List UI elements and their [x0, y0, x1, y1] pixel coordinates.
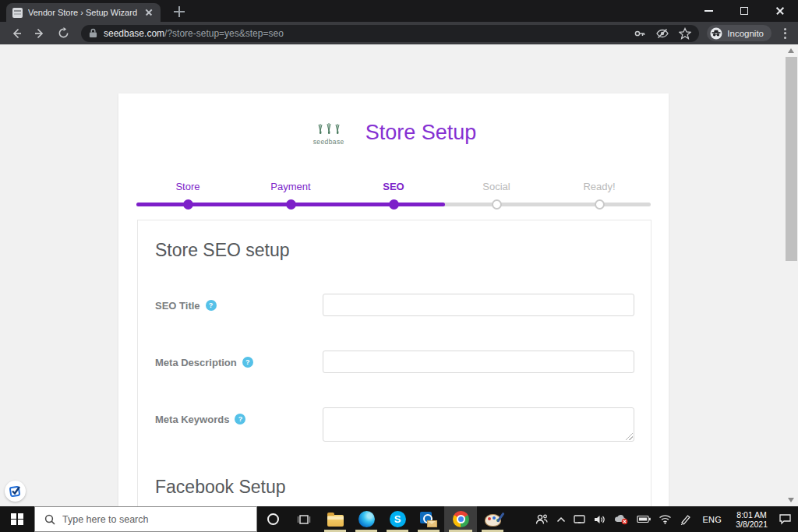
resize-grip-icon[interactable]: [626, 433, 633, 440]
seo-title-input[interactable]: [323, 294, 634, 316]
checkmark-icon: [9, 484, 22, 498]
setup-wizard-card: seedbase Store Setup Store Payment SEO S…: [118, 93, 669, 506]
search-icon: [44, 514, 55, 525]
clock-date: 3/8/2021: [736, 520, 768, 529]
incognito-badge: Incognito: [707, 25, 772, 41]
meta-keywords-label: Meta Keywords ?: [155, 407, 245, 431]
page-scrollbar[interactable]: [785, 44, 798, 506]
tray-overflow-button[interactable]: [556, 516, 566, 523]
bookmark-star-icon[interactable]: [679, 27, 691, 40]
seo-title-row: SEO Title ?: [155, 294, 634, 317]
meta-keywords-field: [323, 407, 634, 442]
outlook-button[interactable]: [413, 506, 444, 532]
skype-icon: S: [390, 511, 406, 527]
chrome-button[interactable]: [444, 506, 477, 532]
wifi-icon: [659, 514, 672, 524]
seedbase-sprouts-icon: [316, 120, 342, 137]
password-key-icon[interactable]: [634, 27, 646, 40]
wifi-button[interactable]: [659, 514, 672, 524]
start-button[interactable]: [0, 506, 34, 532]
progress-track: [136, 203, 651, 206]
paint-icon: [485, 514, 501, 527]
action-center-button[interactable]: [779, 513, 792, 525]
setup-stepper: Store Payment SEO Social Ready!: [136, 181, 651, 206]
wizard-header: seedbase Store Setup: [118, 120, 669, 146]
edge-button[interactable]: [351, 506, 382, 532]
back-arrow-icon: [10, 27, 23, 40]
skype-button[interactable]: S: [382, 506, 413, 532]
seo-title-label: SEO Title ?: [155, 294, 217, 317]
onedrive-cloud-icon: [613, 513, 629, 525]
help-icon[interactable]: ?: [235, 414, 245, 425]
refresh-button[interactable]: [53, 23, 73, 44]
url-path: /?store-setup=yes&step=seo: [164, 28, 284, 39]
battery-button[interactable]: [637, 515, 651, 523]
meta-description-row: Meta Description ?: [155, 351, 634, 374]
tab-close-icon[interactable]: [143, 7, 154, 18]
step-payment[interactable]: Payment: [239, 181, 342, 193]
eye-off-icon[interactable]: [655, 27, 669, 40]
help-icon[interactable]: ?: [242, 357, 253, 368]
new-tab-button[interactable]: [173, 5, 185, 18]
extension-check-badge[interactable]: [5, 481, 26, 502]
clock[interactable]: 8:01 AM 3/8/2021: [733, 510, 771, 529]
step-labels: Store Payment SEO Social Ready!: [136, 181, 651, 193]
task-view-button[interactable]: [288, 506, 320, 532]
step-dot-store: [183, 199, 193, 210]
step-seo[interactable]: SEO: [342, 181, 445, 193]
taskbar-search-input[interactable]: [62, 514, 234, 525]
meta-keywords-textarea[interactable]: [323, 407, 634, 442]
scroll-down-arrow-icon[interactable]: [788, 498, 794, 502]
meta-description-label: Meta Description ?: [155, 351, 253, 374]
minimize-button[interactable]: [690, 0, 726, 22]
seedbase-logo: seedbase: [311, 120, 347, 146]
notification-bubble-icon: [779, 513, 792, 525]
people-icon: [535, 513, 549, 526]
step-store[interactable]: Store: [136, 181, 239, 193]
facebook-section-heading: Facebook Setup: [155, 476, 286, 498]
system-tray: ENG 8:01 AM 3/8/2021: [535, 506, 798, 532]
task-view-icon: [297, 513, 311, 526]
back-button[interactable]: [6, 23, 26, 44]
browser-tabstrip: Vendor Store › Setup Wizard: [0, 0, 798, 22]
seedbase-logo-text: seedbase: [313, 138, 344, 146]
onedrive-button[interactable]: [613, 513, 629, 525]
meta-description-input[interactable]: [323, 351, 634, 373]
outlook-icon: [420, 512, 437, 527]
windows-ink-button[interactable]: [680, 514, 691, 525]
lock-icon[interactable]: [89, 28, 97, 38]
taskbar-search[interactable]: [34, 506, 257, 532]
clock-time: 8:01 AM: [736, 510, 768, 520]
step-dot-payment: [286, 199, 296, 210]
scroll-up-arrow-icon[interactable]: [788, 48, 794, 53]
page-title: Store Setup: [365, 121, 477, 145]
browser-tab[interactable]: Vendor Store › Setup Wizard: [6, 3, 161, 22]
forward-button[interactable]: [30, 23, 50, 44]
device-status-button[interactable]: [574, 514, 585, 524]
address-bar[interactable]: seedbase.com/?store-setup=yes&step=seo: [81, 25, 699, 42]
volume-button[interactable]: [593, 514, 606, 525]
maximize-button[interactable]: [726, 0, 762, 22]
file-explorer-button[interactable]: [320, 506, 351, 532]
paint-button[interactable]: [477, 506, 508, 532]
language-indicator[interactable]: ENG: [699, 515, 725, 524]
minimize-icon: [704, 10, 713, 12]
help-icon[interactable]: ?: [206, 300, 217, 311]
edge-icon: [358, 511, 375, 527]
page-viewport: seedbase Store Setup Store Payment SEO S…: [0, 44, 798, 506]
step-ready: Ready!: [548, 181, 651, 193]
windows-logo-icon: [11, 513, 23, 526]
meta-keywords-row: Meta Keywords ?: [155, 407, 634, 442]
chevron-up-icon: [556, 516, 566, 523]
tab-favicon-icon: [12, 8, 23, 18]
incognito-label: Incognito: [727, 29, 764, 38]
browser-toolbar: seedbase.com/?store-setup=yes&step=seo I…: [0, 22, 798, 44]
speaker-icon: [593, 514, 606, 525]
close-button[interactable]: [762, 0, 798, 22]
cortana-button[interactable]: [257, 506, 288, 532]
browser-menu-button[interactable]: [778, 25, 792, 42]
scrollbar-thumb[interactable]: [786, 57, 797, 261]
pen-icon: [680, 514, 691, 525]
seo-form-panel: Store SEO setup SEO Title ? Meta Descrip…: [137, 220, 651, 506]
people-button[interactable]: [535, 513, 549, 526]
